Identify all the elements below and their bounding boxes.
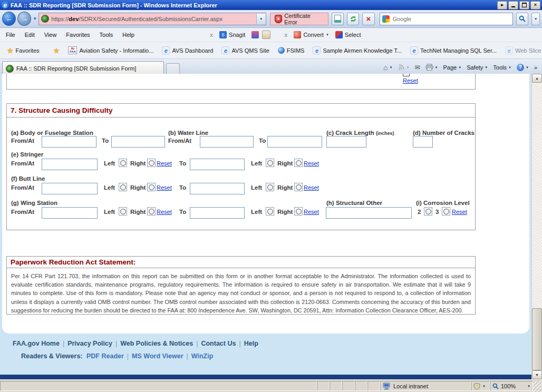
input-body-station-to[interactable] (111, 136, 165, 148)
web-slice-gallery-button[interactable]: e Web Slice Gallery ▼ (501, 45, 542, 56)
menu-file[interactable]: File (1, 30, 20, 40)
refresh-button[interactable] (347, 13, 359, 25)
footer-link-winzip[interactable]: WinZip (191, 352, 214, 360)
scrollbar-thumb[interactable] (532, 308, 542, 370)
snagit-button[interactable]: S Snagit (216, 30, 248, 40)
certificate-error-badge[interactable]: × Certificate Error (270, 13, 328, 25)
search-input[interactable] (392, 15, 511, 23)
menu-help[interactable]: Help (118, 30, 139, 40)
menu-edit[interactable]: Edit (20, 30, 40, 40)
reset-link-wing-station-from[interactable]: Reset (157, 209, 172, 215)
input-butt-line-from[interactable] (42, 183, 98, 194)
tab-sdr-reporting[interactable]: FAA :: SDR Reporting [SDR Submission For… (2, 61, 164, 75)
input-stringer-to[interactable] (190, 159, 245, 170)
footer-link-help[interactable]: Help (244, 340, 258, 347)
safety-menu-button[interactable]: Safety▼ (464, 62, 490, 73)
close-button[interactable]: × (530, 1, 540, 9)
radio-stringer-from-right[interactable] (147, 159, 156, 167)
snagit-editor-icon[interactable] (262, 31, 270, 39)
reset-link-previous[interactable]: Reset (403, 77, 418, 84)
input-number-of-cracks[interactable] (413, 136, 433, 148)
search-options-button[interactable]: ▼ (531, 13, 540, 25)
protected-mode-segment[interactable]: ▼ (471, 381, 490, 391)
radio-wing-station-from-right[interactable] (147, 207, 156, 215)
input-wing-station-from[interactable] (42, 207, 98, 219)
favorites-button[interactable]: ★ Favorites (3, 45, 43, 56)
reset-link-stringer-to[interactable]: Reset (304, 160, 319, 166)
right-label: Right (277, 209, 293, 215)
menu-tools[interactable]: Tools (95, 30, 118, 40)
footer-link-contact[interactable]: Contact Us (201, 340, 236, 347)
convert-button[interactable]: Convert ▼ (291, 30, 332, 40)
restore-button[interactable] (519, 1, 529, 9)
radio-wing-station-from-left[interactable] (119, 207, 127, 215)
favorite-link-technet-sql[interactable]: e TechNet Managing SQL Ser... (406, 45, 500, 56)
minimize-button[interactable] (508, 1, 518, 9)
vertical-scrollbar[interactable]: ▲ ▼ (531, 74, 542, 379)
input-water-line-to[interactable] (267, 136, 322, 148)
select-button[interactable]: Select (332, 30, 364, 40)
print-button[interactable]: ▼ (423, 62, 441, 73)
radio-corrosion-level-2[interactable] (424, 207, 432, 215)
radio-butt-line-to-left[interactable] (266, 183, 274, 191)
address-dropdown-button[interactable]: ▼ (256, 14, 266, 24)
radio-stringer-to-right[interactable] (294, 159, 303, 167)
home-button[interactable]: ⌂ ▼ (381, 61, 395, 74)
radio-butt-line-to-right[interactable] (294, 183, 303, 191)
back-button[interactable]: ← (2, 12, 16, 26)
resize-grip[interactable] (533, 381, 542, 392)
input-water-line-from[interactable] (200, 136, 254, 148)
reset-link-corrosion-level[interactable]: Reset (452, 209, 467, 215)
radio-stringer-to-left[interactable] (266, 159, 274, 167)
help-button[interactable]: ? ▼ (514, 62, 531, 73)
zoom-control[interactable]: 100% ▼ (490, 381, 533, 391)
input-stringer-from[interactable] (42, 159, 98, 170)
read-mail-button[interactable]: ✉ (412, 62, 422, 73)
menu-view[interactable]: View (40, 30, 62, 40)
input-crack-length[interactable] (326, 136, 366, 148)
tools-menu-button[interactable]: Tools▼ (490, 62, 514, 73)
page-menu-button[interactable]: Page▼ (440, 62, 464, 73)
radio-wing-station-to-right[interactable] (294, 207, 303, 215)
forward-button[interactable]: → (17, 12, 31, 26)
favorite-link-avs-dashboard[interactable]: e AVS Dashboard (158, 45, 217, 56)
radio-wing-station-to-left[interactable] (266, 207, 274, 215)
favorite-link-aviation-safety[interactable]: MyFAA Aviation Safety - Informatio... (64, 45, 157, 56)
add-favorite-button[interactable]: ★ (50, 45, 64, 56)
feeds-button[interactable]: ▼ (395, 62, 412, 73)
checkbox[interactable] (403, 74, 410, 76)
titlebar-extra-button[interactable]: ▸ (497, 1, 507, 9)
radio-butt-line-from-left[interactable] (119, 183, 127, 191)
radio-butt-line-from-right[interactable] (147, 183, 156, 191)
search-button[interactable] (516, 13, 528, 25)
footer-link-ms-word-viewer[interactable]: MS Word Viewer (132, 352, 183, 360)
reset-link-butt-line-to[interactable]: Reset (304, 184, 319, 191)
footer-link-faa-home[interactable]: FAA.gov Home (13, 340, 60, 347)
scroll-down-button[interactable]: ▼ (532, 370, 542, 379)
radio-corrosion-level-3[interactable] (442, 207, 450, 215)
radio-stringer-from-left[interactable] (119, 159, 127, 167)
compatibility-view-button[interactable] (332, 13, 344, 25)
footer-link-privacy[interactable]: Privacy Policy (67, 340, 112, 347)
reset-link-butt-line-from[interactable]: Reset (157, 184, 172, 191)
input-structural-other[interactable] (326, 207, 412, 219)
favorite-link-avs-qms[interactable]: e AVS QMS Site (218, 45, 273, 56)
reset-link-wing-station-to[interactable]: Reset (304, 209, 319, 215)
menu-favorites[interactable]: Favorites (61, 30, 94, 40)
toolbar-close-icon[interactable]: x (281, 32, 291, 38)
stop-button[interactable]: × (362, 13, 374, 25)
input-butt-line-to[interactable] (190, 183, 245, 194)
footer-link-pdf-reader[interactable]: PDF Reader (86, 352, 124, 360)
snagit-profiles-icon[interactable] (251, 31, 259, 38)
favorite-link-airmen-knowledge[interactable]: e Sample Airmen Knowledge T... (309, 45, 405, 56)
input-body-station-from[interactable] (42, 136, 96, 148)
toolbar-close-icon[interactable]: x (207, 32, 216, 38)
toolbar-overflow-chevron[interactable]: » (531, 62, 540, 73)
address-input[interactable]: https://dev/SDRX/Secured/Authenticated/S… (38, 13, 266, 25)
input-wing-station-to[interactable] (190, 207, 245, 219)
favorite-link-fsims[interactable]: FSIMS (274, 45, 308, 55)
footer-link-web-policies[interactable]: Web Policies & Notices (120, 340, 193, 347)
scroll-up-button[interactable]: ▲ (532, 74, 542, 83)
history-dropdown-icon[interactable]: ▼ (33, 17, 37, 21)
reset-link-stringer-from[interactable]: Reset (157, 160, 172, 166)
